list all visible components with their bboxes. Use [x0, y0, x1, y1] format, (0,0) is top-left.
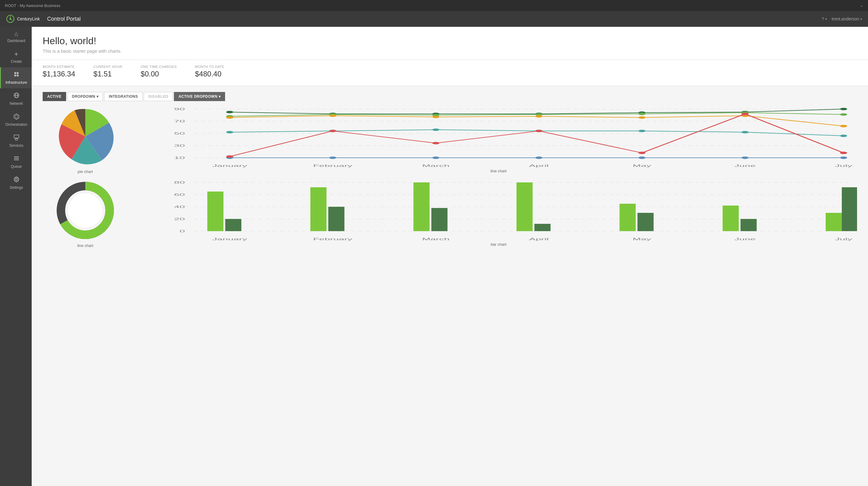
- svg-point-42: [638, 157, 646, 159]
- header-title: Control Portal: [47, 16, 822, 22]
- svg-text:50: 50: [174, 132, 185, 135]
- sidebar-item-network[interactable]: Network: [0, 88, 32, 109]
- stat-current-hour: CURRENT HOUR $1.51: [93, 65, 122, 78]
- stat-current-hour-value: $1.51: [93, 70, 122, 78]
- content-area: Hello, world! This is a basic starter pa…: [32, 27, 868, 486]
- svg-point-74: [329, 130, 337, 132]
- sidebar-label-queue: Queue: [11, 164, 22, 169]
- donut-chart-label: line chart: [78, 243, 93, 248]
- help-chevron: ▾: [825, 18, 827, 21]
- toolbar: ACTIVE DROPDOWN ▾ INTEGRATIONS DISABLED …: [32, 86, 868, 106]
- disabled-button: DISABLED: [144, 92, 173, 101]
- help-icon: ?: [822, 17, 824, 21]
- svg-point-71: [741, 131, 749, 133]
- active-button[interactable]: ACTIVE: [43, 92, 66, 101]
- svg-point-59: [226, 116, 233, 119]
- active-dropdown-button[interactable]: ACTIVE DROPDOWN ▾: [174, 92, 225, 101]
- svg-rect-108: [740, 219, 756, 231]
- svg-rect-106: [638, 213, 654, 231]
- svg-point-79: [840, 152, 847, 154]
- svg-point-43: [741, 157, 749, 159]
- svg-point-45: [226, 111, 233, 113]
- sidebar-label-infrastructure: Infrastructure: [5, 80, 27, 85]
- stat-month-estimate-label: MONTH ESTIMATE: [43, 65, 75, 68]
- sidebar-item-dashboard[interactable]: ⌂ Dashboard: [0, 27, 32, 46]
- user-chevron: ▾: [860, 18, 862, 21]
- sidebar-label-services: Services: [9, 143, 23, 148]
- header-right: ? ▾ trent.anderson ▾: [822, 17, 862, 21]
- svg-rect-107: [723, 205, 739, 231]
- svg-text:April: April: [529, 237, 549, 241]
- pie-chart: [55, 106, 116, 167]
- svg-text:May: May: [632, 237, 651, 241]
- svg-text:20: 20: [174, 217, 185, 221]
- charts-area: pie chart line chart: [32, 106, 868, 259]
- svg-point-44: [840, 157, 847, 159]
- bar-chart-label: bar chart: [140, 242, 857, 247]
- line-chart: 90 70 50 30 10 January February March Ap…: [140, 106, 857, 167]
- stat-one-time-label: ONE TIME CHARGES: [141, 65, 177, 68]
- integrations-button[interactable]: INTEGRATIONS: [104, 92, 143, 101]
- sidebar-label-orchestration: Orchestration: [5, 122, 27, 127]
- sidebar-item-infrastructure[interactable]: Infrastructure: [0, 67, 32, 88]
- svg-rect-98: [225, 219, 242, 231]
- svg-point-70: [638, 130, 646, 132]
- help-button[interactable]: ? ▾: [822, 17, 827, 21]
- queue-icon: [13, 155, 20, 163]
- svg-text:10: 10: [174, 156, 185, 160]
- orchestration-icon: [13, 113, 20, 121]
- sidebar-item-services[interactable]: Services: [0, 130, 32, 151]
- svg-point-51: [840, 108, 847, 110]
- svg-point-20: [68, 193, 102, 227]
- sidebar-label-create: Create: [11, 59, 22, 64]
- top-bar: ROOT - My Awesome Business ⌄: [0, 0, 868, 11]
- sidebar-item-create[interactable]: + Create: [0, 46, 32, 67]
- svg-rect-102: [431, 208, 447, 231]
- line-chart-container: 90 70 50 30 10 January February March Ap…: [140, 106, 857, 173]
- sidebar-label-settings: Settings: [10, 186, 23, 190]
- active-dropdown-arrow-icon: ▾: [219, 94, 221, 99]
- top-bar-chevron: ⌄: [860, 3, 863, 8]
- svg-point-65: [840, 125, 847, 127]
- svg-text:April: April: [529, 164, 549, 167]
- sidebar-item-settings[interactable]: Settings: [0, 172, 32, 193]
- svg-text:June: June: [734, 237, 755, 241]
- user-menu-button[interactable]: trent.anderson ▾: [832, 17, 862, 21]
- sidebar-item-orchestration[interactable]: Orchestration: [0, 109, 32, 130]
- svg-text:80: 80: [174, 181, 185, 184]
- dropdown-button[interactable]: DROPDOWN ▾: [67, 92, 103, 101]
- stat-month-to-date-label: MONTH TO DATE: [195, 65, 224, 68]
- svg-text:February: February: [313, 164, 353, 167]
- svg-point-62: [535, 115, 543, 118]
- svg-point-68: [432, 129, 439, 131]
- svg-point-60: [329, 115, 337, 117]
- stat-month-to-date-value: $480.40: [195, 70, 224, 78]
- create-icon: +: [14, 50, 18, 58]
- svg-rect-104: [534, 224, 551, 231]
- svg-point-76: [535, 130, 543, 132]
- svg-rect-97: [208, 192, 223, 231]
- page-subtitle: This is a basic starter page with charts…: [43, 48, 857, 54]
- svg-marker-9: [14, 114, 19, 119]
- stat-month-to-date: MONTH TO DATE $480.40: [195, 65, 224, 78]
- svg-point-72: [840, 135, 847, 137]
- svg-rect-2: [14, 72, 16, 74]
- svg-point-77: [638, 152, 646, 154]
- top-bar-title: ROOT - My Awesome Business: [5, 3, 860, 8]
- dashboard-icon: ⌂: [14, 30, 18, 37]
- svg-rect-100: [328, 207, 344, 231]
- page-title: Hello, world!: [43, 35, 857, 46]
- main-layout: ⌂ Dashboard + Create Infrastructure: [0, 27, 868, 486]
- svg-point-63: [638, 116, 646, 119]
- stats-row: MONTH ESTIMATE $1,136.34 CURRENT HOUR $1…: [32, 60, 868, 86]
- bar-chart: 0 20 40 60 80 January February March Apr…: [140, 180, 857, 240]
- header: CenturyLink Control Portal ? ▾ trent.and…: [0, 11, 868, 27]
- sidebar-label-network: Network: [9, 101, 23, 106]
- svg-rect-99: [310, 187, 327, 231]
- sidebar-item-queue[interactable]: Queue: [0, 151, 32, 172]
- svg-text:February: February: [313, 237, 353, 241]
- svg-text:March: March: [422, 164, 450, 167]
- svg-rect-103: [517, 183, 533, 231]
- svg-rect-5: [17, 75, 19, 76]
- stat-month-estimate: MONTH ESTIMATE $1,136.34: [43, 65, 75, 78]
